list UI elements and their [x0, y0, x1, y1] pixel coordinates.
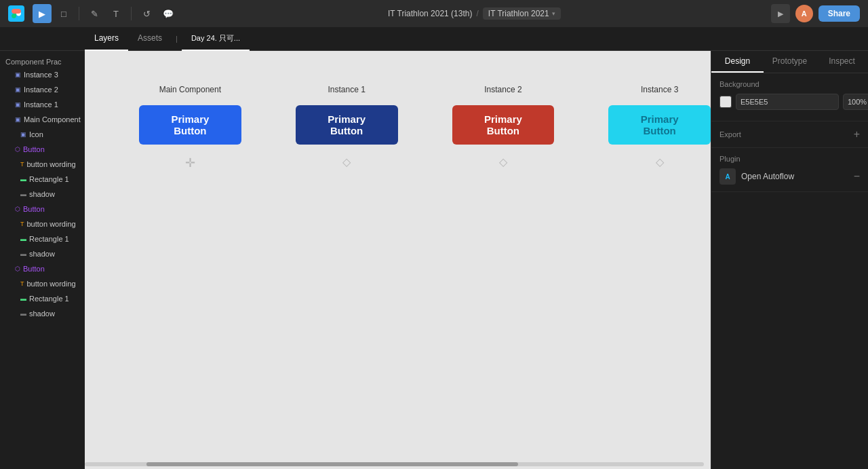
sidebar-label-button2: Button	[23, 205, 45, 213]
text-icon: T	[20, 161, 24, 168]
sidebar-item-instance1[interactable]: ▣ Instance 1	[0, 97, 85, 112]
background-section: Background +	[711, 73, 868, 121]
primary-button-instance2[interactable]: Primary Button	[452, 105, 555, 145]
hand-tool[interactable]: ↺	[137, 4, 156, 23]
comment-tool[interactable]: 💬	[159, 4, 178, 23]
export-row: Export +	[719, 128, 860, 140]
chevron-down-icon: ▾	[552, 10, 555, 17]
plugin-name[interactable]: Open Autoflow	[741, 172, 848, 181]
tool-divider-2	[131, 7, 132, 20]
sidebar-title: Component Prac	[5, 58, 62, 66]
plugin-icon-letter: A	[725, 173, 730, 181]
sidebar-item-button-wording2[interactable]: T button wording	[0, 217, 85, 231]
breadcrumb-current-page[interactable]: IT Triathlon 2021 ▾	[483, 7, 561, 20]
sidebar-section-header: Component Prac	[0, 55, 85, 67]
add-export-button[interactable]: +	[854, 128, 860, 140]
right-tab-inspect[interactable]: Inspect	[816, 51, 868, 73]
current-page-label: IT Triathlon 2021	[488, 9, 549, 18]
component-instance3: Instance 3 Primary Button ◇	[608, 85, 711, 168]
sidebar-item-icon[interactable]: ▣ Icon	[0, 127, 85, 142]
sidebar-label-rect1-2: Rectangle 1	[29, 235, 69, 243]
sidebar-item-shadow3[interactable]: ▬ shadow	[0, 306, 85, 321]
right-tab-prototype[interactable]: Prototype	[764, 51, 816, 73]
rect-icon: ▬	[20, 236, 26, 242]
sidebar-item-button-wording1[interactable]: T button wording	[0, 157, 85, 172]
crosshair-icon: ✛	[185, 155, 195, 170]
sidebar-item-button-wording3[interactable]: T button wording	[0, 276, 85, 291]
frame-icon: ▣	[15, 86, 21, 93]
diamond-icon-2: ◇	[499, 155, 507, 168]
sidebar-label-bw3: button wording	[27, 280, 76, 288]
component-icon: ⬡	[15, 206, 20, 212]
present-button[interactable]: ▶	[771, 4, 790, 23]
component-icon: ⬡	[15, 146, 20, 153]
rect-icon: ▬	[20, 295, 26, 302]
sidebar-label-instance1: Instance 1	[24, 100, 58, 109]
scrollbar-thumb[interactable]	[146, 462, 518, 466]
primary-button-instance1[interactable]: Primary Button	[296, 105, 398, 145]
right-tab-design[interactable]: Design	[711, 51, 764, 73]
text-icon: T	[20, 280, 24, 287]
tab-bar: Layers Assets | Day 24. 只可...	[0, 27, 868, 51]
tab-layers[interactable]: Layers	[85, 27, 128, 51]
primary-button-instance3[interactable]: Primary Button	[608, 105, 711, 145]
sidebar-item-rect1-3[interactable]: ▬ Rectangle 1	[0, 291, 85, 306]
tab-assets[interactable]: Assets	[128, 27, 172, 51]
shadow-icon: ▬	[20, 191, 26, 198]
background-label: Background	[719, 80, 860, 88]
breadcrumb-parent: IT Triathlon 2021 (13th)	[388, 9, 473, 18]
background-color-swatch[interactable]	[719, 96, 732, 108]
share-button[interactable]: Share	[818, 5, 860, 22]
sidebar-item-shadow2[interactable]: ▬ shadow	[0, 246, 85, 261]
sidebar-label-bw1: button wording	[27, 160, 76, 168]
primary-button-main[interactable]: Primary Button	[139, 105, 241, 145]
right-panel: Design Prototype Inspect Background + Ex…	[711, 51, 868, 469]
background-row: +	[719, 94, 860, 110]
diamond-icon-3: ◇	[656, 155, 664, 168]
component-label-instance2: Instance 2	[484, 85, 521, 94]
sidebar-item-button1[interactable]: ⬡ Button	[0, 142, 85, 157]
sidebar-item-shadow1[interactable]: ▬ shadow	[0, 187, 85, 202]
sidebar-label-rect1-3: Rectangle 1	[29, 295, 69, 303]
tab-page[interactable]: Day 24. 只可...	[182, 27, 250, 51]
sidebar-item-instance3[interactable]: ▣ Instance 3	[0, 67, 85, 82]
export-label: Export	[719, 130, 741, 138]
component-instance1: Instance 1 Primary Button ◇	[296, 85, 398, 168]
remove-plugin-button[interactable]: −	[854, 170, 860, 183]
text-tool[interactable]: T	[106, 4, 125, 23]
sidebar-item-button3[interactable]: ⬡ Button	[0, 261, 85, 276]
sidebar-item-button2[interactable]: ⬡ Button	[0, 202, 85, 217]
sidebar-item-rect1-1[interactable]: ▬ Rectangle 1	[0, 172, 85, 187]
breadcrumb-sep: /	[476, 9, 478, 18]
component-icon: ⬡	[15, 265, 20, 272]
diamond-icon: ◇	[342, 155, 351, 168]
sidebar: Component Prac ▣ Instance 3 ▣ Instance 2…	[0, 51, 85, 469]
frame-icon: ▣	[20, 131, 26, 138]
canvas-content: Main Component Primary Button ✛ Instance…	[139, 85, 711, 170]
sidebar-item-instance2[interactable]: ▣ Instance 2	[0, 82, 85, 97]
frame-icon: ▣	[15, 71, 21, 78]
move-tool[interactable]: ▶	[33, 4, 52, 23]
export-section: Export +	[711, 121, 868, 148]
sidebar-label-instance2: Instance 2	[24, 86, 58, 94]
component-main: Main Component Primary Button ✛	[139, 85, 241, 170]
sidebar-item-rect1-2[interactable]: ▬ Rectangle 1	[0, 231, 85, 246]
main-layout: Component Prac ▣ Instance 3 ▣ Instance 2…	[0, 51, 868, 469]
sidebar-label-icon: Icon	[29, 130, 43, 138]
shadow-icon: ▬	[20, 250, 26, 257]
background-opacity-input[interactable]	[843, 94, 868, 110]
component-label-instance1: Instance 1	[328, 85, 365, 94]
plugin-icon: A	[719, 168, 736, 185]
sidebar-label-bw2: button wording	[27, 220, 76, 228]
sidebar-label-shadow2: shadow	[29, 250, 55, 258]
pen-tool[interactable]: ✎	[85, 4, 104, 23]
toolbar-right: ▶ A Share	[771, 4, 860, 23]
horizontal-scrollbar[interactable]	[85, 462, 704, 466]
figma-logo[interactable]	[8, 5, 24, 22]
sidebar-label-main-component: Main Component	[24, 115, 81, 124]
sidebar-item-main-component[interactable]: ▣ Main Component	[0, 112, 85, 127]
frame-tool[interactable]: □	[54, 4, 73, 23]
sidebar-label-rect1-1: Rectangle 1	[29, 175, 69, 183]
background-color-input[interactable]	[736, 94, 839, 110]
component-label-main: Main Component	[159, 85, 221, 94]
